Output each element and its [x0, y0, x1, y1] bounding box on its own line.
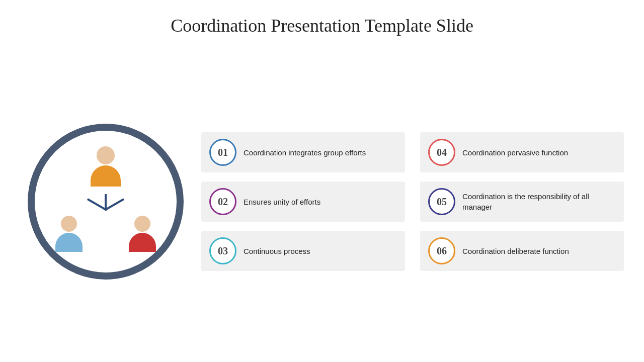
head-bottom-left [61, 216, 77, 232]
arm-right [104, 198, 124, 211]
item-text-03: Continuous process [244, 246, 310, 256]
body-bottom-right [129, 233, 156, 252]
content-area: 01Coordination integrates group efforts0… [20, 51, 624, 352]
head-bottom-right [134, 216, 150, 232]
item-number-03: 03 [209, 237, 236, 264]
item-text-01: Coordination integrates group efforts [244, 147, 366, 158]
person-top [91, 146, 121, 187]
head-top [97, 146, 115, 164]
item-number-05: 05 [428, 188, 455, 215]
connector-vertical [105, 194, 107, 209]
item-card-02: 02Ensures unity of efforts [201, 182, 405, 222]
connector [85, 194, 127, 211]
outer-circle [28, 124, 184, 280]
connector-y-arms [85, 209, 127, 211]
item-card-06: 06Coordination deliberate function [420, 231, 624, 271]
item-text-02: Ensures unity of efforts [244, 197, 320, 207]
people-group [50, 146, 161, 257]
body-top [91, 165, 121, 187]
item-card-01: 01Coordination integrates group efforts [201, 132, 405, 172]
slide: Coordination Presentation Template Slide [0, 0, 644, 362]
item-number-04: 04 [428, 139, 455, 166]
item-card-05: 05Coordination is the responsibility of … [420, 182, 624, 222]
item-text-05: Coordination is the responsibility of al… [462, 191, 616, 212]
body-bottom-left [55, 233, 83, 252]
items-grid: 01Coordination integrates group efforts0… [191, 132, 624, 271]
circle-illustration [20, 106, 191, 297]
item-number-01: 01 [209, 139, 236, 166]
item-card-03: 03Continuous process [201, 231, 405, 271]
item-number-06: 06 [428, 237, 455, 264]
item-text-06: Coordination deliberate function [462, 246, 569, 256]
person-bottom-left [55, 216, 83, 252]
slide-title: Coordination Presentation Template Slide [171, 15, 473, 36]
item-card-04: 04Coordination pervasive function [420, 132, 624, 172]
item-text-04: Coordination pervasive function [462, 147, 568, 158]
item-number-02: 02 [209, 188, 236, 215]
person-bottom-right [129, 216, 156, 252]
